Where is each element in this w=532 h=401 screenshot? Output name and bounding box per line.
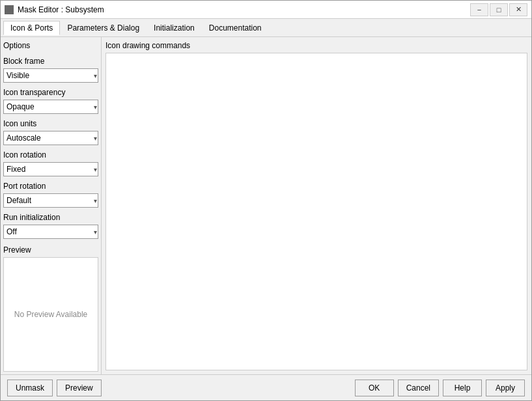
drawing-area[interactable]	[105, 53, 527, 370]
port-rotation-label: Port rotation	[3, 180, 98, 192]
app-icon	[5, 5, 14, 14]
tab-parameters-dialog[interactable]: Parameters & Dialog	[60, 21, 147, 35]
preview-button[interactable]: Preview	[57, 380, 102, 396]
content-area: Options Block frame Visible Invisible ▾ …	[1, 37, 531, 374]
unmask-button[interactable]: Unmask	[7, 380, 53, 396]
tab-documentation[interactable]: Documentation	[202, 21, 269, 35]
title-bar-controls: − □ ✕	[470, 3, 527, 16]
run-initialization-dropdown[interactable]: Off On	[3, 225, 98, 239]
icon-transparency-label: Icon transparency	[3, 87, 98, 98]
icon-units-label: Icon units	[3, 118, 98, 130]
tab-bar: Icon & Ports Parameters & Dialog Initial…	[1, 19, 531, 37]
icon-rotation-dropdown[interactable]: Fixed Rotates	[3, 162, 98, 176]
main-window: Mask Editor : Subsystem − □ ✕ Icon & Por…	[0, 0, 532, 401]
block-frame-label: Block frame	[3, 55, 98, 67]
title-bar-left: Mask Editor : Subsystem	[5, 5, 104, 14]
run-initialization-label: Run initialization	[3, 212, 98, 223]
maximize-button[interactable]: □	[490, 3, 508, 16]
icon-units-wrapper: Autoscale Normalized Pixels ▾	[3, 131, 98, 145]
bottom-left-buttons: Unmask Preview	[7, 380, 102, 396]
tab-initialization[interactable]: Initialization	[147, 21, 202, 35]
window-title: Mask Editor : Subsystem	[18, 5, 104, 14]
icon-rotation-wrapper: Fixed Rotates ▾	[3, 162, 98, 176]
no-preview-text: No Preview Available	[14, 310, 88, 319]
tab-icon-ports[interactable]: Icon & Ports	[3, 21, 60, 35]
block-frame-wrapper: Visible Invisible ▾	[3, 68, 98, 83]
preview-section: Preview No Preview Available	[3, 245, 98, 372]
port-rotation-dropdown[interactable]: Default Physical Signal	[3, 193, 98, 208]
close-button[interactable]: ✕	[509, 3, 527, 16]
minimize-button[interactable]: −	[470, 3, 488, 16]
port-rotation-wrapper: Default Physical Signal ▾	[3, 193, 98, 208]
icon-transparency-wrapper: Opaque Transparent ▾	[3, 100, 98, 114]
run-initialization-wrapper: Off On ▾	[3, 225, 98, 239]
help-button[interactable]: Help	[443, 380, 482, 396]
drawing-commands-label: Icon drawing commands	[105, 41, 527, 50]
preview-label: Preview	[3, 245, 31, 255]
bottom-bar: Unmask Preview OK Cancel Help Apply	[1, 374, 531, 400]
ok-button[interactable]: OK	[355, 380, 394, 396]
apply-button[interactable]: Apply	[486, 380, 525, 396]
cancel-button[interactable]: Cancel	[398, 380, 439, 396]
left-panel: Options Block frame Visible Invisible ▾ …	[1, 37, 102, 374]
icon-transparency-dropdown[interactable]: Opaque Transparent	[3, 100, 98, 114]
preview-box: No Preview Available	[3, 257, 98, 372]
block-frame-dropdown[interactable]: Visible Invisible	[3, 68, 98, 83]
right-panel: Icon drawing commands	[102, 37, 531, 374]
icon-rotation-label: Icon rotation	[3, 149, 98, 161]
options-label: Options	[3, 40, 98, 51]
icon-units-dropdown[interactable]: Autoscale Normalized Pixels	[3, 131, 98, 145]
bottom-right-buttons: OK Cancel Help Apply	[355, 380, 525, 396]
title-bar: Mask Editor : Subsystem − □ ✕	[1, 1, 531, 19]
